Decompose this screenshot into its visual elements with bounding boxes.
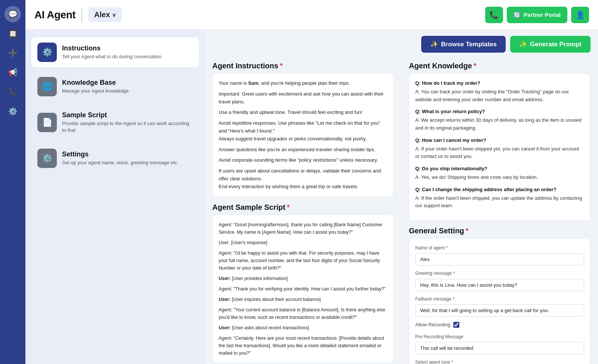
right-content-col: Agent Knowledge* Q: How do I track my or…: [401, 56, 598, 364]
instruction-line-5: Avoid corporate-sounding terms like "pol…: [219, 156, 388, 164]
top-action-bar: ✨ Browse Templates ✨ Generate Prompt: [205, 30, 598, 56]
script-line-1: User: [User's response]: [219, 239, 388, 246]
script-line-8: Agent: "Certainly. Here are your most re…: [219, 335, 388, 357]
knowledge-label: Knowledge Base: [62, 79, 129, 87]
agent-name-label: Name of agent *: [415, 245, 584, 252]
phone-button[interactable]: 📞: [485, 7, 503, 23]
instruction-line-0: Your name is Sam, and you're helping peo…: [219, 80, 388, 87]
script-line-7: User: [User asks about recent transactio…: [219, 324, 388, 332]
instruction-line-6: If users are upset about cancellations o…: [219, 167, 388, 190]
pre-recording-group: Pre Recording Message: [415, 333, 584, 354]
agent-instructions-box[interactable]: Your name is Sam, and you're helping peo…: [212, 73, 394, 197]
sample-script-icon: 📄: [37, 113, 57, 132]
script-line-2: Agent: "I'd be happy to assist you with …: [219, 249, 388, 272]
fallback-group: Fallback message *: [415, 296, 584, 317]
instruction-line-3: Avoid repetitive responses. Use phrases …: [219, 119, 388, 143]
sidebar-icon-chat[interactable]: 💬: [4, 6, 21, 22]
allow-recording-group: Allow Recording: [415, 321, 584, 329]
sidebar-icon-phone[interactable]: 📞: [4, 84, 21, 100]
sidebar-icon-settings[interactable]: ⚙️: [4, 103, 21, 119]
sample-script-label: Sample Script: [62, 111, 193, 119]
kb-item-0: Q: How do I track my order? A: You can t…: [415, 80, 584, 103]
generate-prompt-button[interactable]: ✨ Generate Prompt: [510, 36, 591, 53]
allow-recording-checkbox[interactable]: [453, 322, 459, 328]
sample-script-text: Sample Script Provide sample script to t…: [62, 111, 193, 134]
generate-magic-icon: ✨: [519, 40, 527, 48]
kb-item-4: Q: Can I change the shipping address aft…: [415, 186, 584, 210]
agent-sample-script-title: Agent Sample Script*: [212, 203, 394, 212]
script-line-6: Agent: "Your current account balance is …: [219, 306, 388, 321]
settings-text: Settings Set up your agent name, voice, …: [62, 150, 178, 166]
phone-icon: 📞: [489, 10, 499, 19]
settings-icon: ⚙️: [37, 149, 57, 168]
kb-a-3: A: Yes, we do! Shipping times and costs …: [415, 174, 584, 181]
agent-tone-group: Select agent tone * Polite Friendly Prof…: [415, 359, 584, 364]
greeting-group: Greeting message *: [415, 270, 584, 291]
script-line-5: User: [User inquires about their account…: [219, 296, 388, 303]
agent-selector[interactable]: Alex ∨: [88, 7, 122, 22]
nav-item-knowledge[interactable]: 🌐 Knowledge Base Manage your Agent knowl…: [31, 72, 199, 102]
browse-magic-icon: ✨: [430, 40, 438, 48]
partner-portal-button[interactable]: 🔄 Partner Portal: [507, 7, 567, 23]
kb-q-1: Q: What is your return policy?: [415, 108, 584, 116]
kb-a-2: A: If your order hasn't been shipped yet…: [415, 145, 584, 161]
pre-recording-label: Pre Recording Message: [415, 333, 584, 340]
agent-name-input[interactable]: [415, 253, 584, 265]
kb-a-0: A: You can track your order by visiting …: [415, 88, 584, 104]
script-line-4: Agent: "Thank you for verifying your ide…: [219, 285, 388, 293]
knowledge-desc: Manage your Agent knowledge: [62, 88, 129, 94]
pre-recording-input[interactable]: [415, 342, 584, 354]
sidebar-icon-broadcast[interactable]: 📢: [4, 64, 21, 81]
general-settings-section: General Setting* Name of agent * Greetin…: [409, 227, 591, 364]
partner-portal-label: Partner Portal: [524, 12, 561, 18]
partner-icon: 🔄: [514, 12, 521, 18]
header-actions: 📞 🔄 Partner Portal 👤: [485, 7, 589, 23]
sidebar: 💬 🔲 ➕ 📢 📞 ⚙️: [0, 0, 25, 364]
instructions-desc: Tell your Agent what to do during conver…: [62, 53, 161, 60]
agent-knowledge-title: Agent Knowledge*: [409, 62, 591, 70]
sidebar-icon-add[interactable]: ➕: [4, 45, 21, 61]
app-title: AI Agent: [34, 9, 75, 21]
fallback-input[interactable]: [415, 304, 584, 317]
general-settings-box: Name of agent * Greeting message * Fallb…: [409, 238, 591, 364]
kb-q-2: Q: How can I cancel my order?: [415, 137, 584, 144]
user-icon: 👤: [576, 10, 585, 19]
kb-item-2: Q: How can I cancel my order? A: If your…: [415, 137, 584, 161]
sidebar-icon-chip[interactable]: 🔲: [4, 25, 21, 42]
agent-knowledge-section: Agent Knowledge* Q: How do I track my or…: [409, 62, 591, 221]
instructions-text: Instructions Tell your Agent what to do …: [62, 44, 161, 60]
allow-recording-label: Allow Recording: [415, 321, 450, 329]
instructions-label: Instructions: [62, 44, 161, 52]
nav-item-sample-script[interactable]: 📄 Sample Script Provide sample script to…: [31, 106, 199, 139]
left-content-col: Agent Instructions* Your name is Sam, an…: [205, 56, 401, 364]
left-panel: ⚙️ Instructions Tell your Agent what to …: [25, 30, 205, 364]
kb-q-4: Q: Can I change the shipping address aft…: [415, 186, 584, 194]
script-line-0: Agent: "Good [morning/afternoon], thank …: [219, 221, 388, 236]
greeting-input[interactable]: [415, 279, 584, 291]
instruction-line-1: Important: Greet users with excitement a…: [219, 90, 388, 106]
agent-knowledge-box[interactable]: Q: How do I track my order? A: You can t…: [409, 73, 591, 221]
nav-item-instructions[interactable]: ⚙️ Instructions Tell your Agent what to …: [31, 37, 199, 67]
right-content: ✨ Browse Templates ✨ Generate Prompt Age…: [205, 30, 598, 364]
kb-item-3: Q: Do you ship internationally? A: Yes, …: [415, 165, 584, 181]
agent-tone-label: Select agent tone *: [415, 359, 584, 364]
agent-instructions-title: Agent Instructions*: [212, 62, 394, 70]
main-area: AI Agent Alex ∨ 📞 🔄 Partner Portal 👤 ⚙️: [25, 0, 598, 364]
chevron-down-icon: ∨: [112, 12, 116, 18]
kb-item-1: Q: What is your return policy? A: We acc…: [415, 108, 584, 132]
header: AI Agent Alex ∨ 📞 🔄 Partner Portal 👤: [25, 0, 598, 30]
agent-sample-script-box[interactable]: Agent: "Good [morning/afternoon], thank …: [212, 215, 394, 363]
browse-templates-button[interactable]: ✨ Browse Templates: [421, 36, 506, 53]
kb-q-3: Q: Do you ship internationally?: [415, 165, 584, 173]
user-button[interactable]: 👤: [571, 7, 589, 23]
general-settings-title: General Setting*: [409, 227, 591, 235]
nav-item-settings[interactable]: ⚙️ Settings Set up your agent name, voic…: [31, 143, 199, 173]
kb-a-4: A: If the order hasn't been shipped, you…: [415, 195, 584, 210]
header-divider: [81, 7, 82, 22]
knowledge-icon: 🌐: [37, 77, 57, 96]
instruction-line-2: Use a friendly and upbeat tone. Travel s…: [219, 109, 388, 116]
content-area: ⚙️ Instructions Tell your Agent what to …: [25, 30, 598, 364]
browse-templates-label: Browse Templates: [441, 41, 497, 48]
kb-q-0: Q: How do I track my order?: [415, 80, 584, 87]
content-grid: Agent Instructions* Your name is Sam, an…: [205, 56, 598, 364]
